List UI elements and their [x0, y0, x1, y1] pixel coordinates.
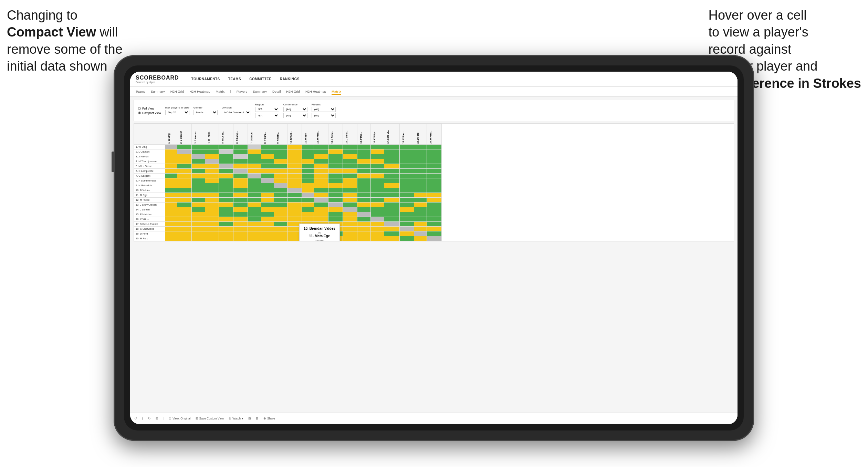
- matrix-cell[interactable]: [302, 193, 314, 198]
- matrix-cell[interactable]: [384, 188, 400, 193]
- matrix-cell[interactable]: [233, 207, 248, 212]
- matrix-cell[interactable]: [357, 178, 370, 183]
- matrix-cell[interactable]: [165, 203, 177, 207]
- matrix-cell[interactable]: [205, 217, 219, 222]
- matrix-cell[interactable]: [191, 222, 205, 227]
- matrix-cell[interactable]: [233, 217, 248, 222]
- matrix-cell[interactable]: [384, 149, 400, 154]
- matrix-cell[interactable]: [414, 164, 427, 169]
- matrix-cell[interactable]: [233, 198, 248, 203]
- matrix-cell[interactable]: [274, 149, 287, 154]
- gender-select[interactable]: Men's: [194, 110, 218, 115]
- matrix-cell[interactable]: [384, 217, 400, 222]
- matrix-cell[interactable]: [400, 174, 414, 178]
- matrix-cell[interactable]: [357, 203, 370, 207]
- tab-summary[interactable]: Summary: [151, 90, 165, 94]
- matrix-cell[interactable]: [177, 169, 191, 174]
- matrix-cell[interactable]: [384, 159, 400, 164]
- matrix-cell[interactable]: [343, 222, 357, 227]
- matrix-cell[interactable]: [191, 145, 205, 149]
- matrix-cell[interactable]: [274, 188, 287, 193]
- matrix-cell[interactable]: [357, 193, 370, 198]
- matrix-cell[interactable]: [205, 174, 219, 178]
- max-players-select[interactable]: Top 25: [165, 110, 189, 115]
- matrix-cell[interactable]: [274, 154, 287, 159]
- step-back-icon[interactable]: ⟨: [142, 417, 143, 420]
- matrix-cell[interactable]: [370, 231, 384, 236]
- matrix-cell[interactable]: [233, 145, 248, 149]
- matrix-cell[interactable]: [205, 183, 219, 188]
- matrix-cell[interactable]: [274, 145, 287, 149]
- matrix-cell[interactable]: [328, 207, 343, 212]
- matrix-cell[interactable]: [205, 149, 219, 154]
- matrix-cell[interactable]: [191, 217, 205, 222]
- matrix-cell[interactable]: [274, 222, 287, 227]
- matrix-cell[interactable]: [165, 174, 177, 178]
- matrix-cell[interactable]: [400, 193, 414, 198]
- matrix-cell[interactable]: [427, 198, 441, 203]
- matrix-cell[interactable]: [261, 164, 274, 169]
- matrix-cell[interactable]: [261, 149, 274, 154]
- matrix-cell[interactable]: [165, 222, 177, 227]
- matrix-cell[interactable]: [384, 236, 400, 241]
- matrix-cell[interactable]: [233, 203, 248, 207]
- matrix-cell[interactable]: [219, 203, 233, 207]
- matrix-cell[interactable]: [191, 231, 205, 236]
- matrix-cell[interactable]: [233, 212, 248, 217]
- matrix-cell[interactable]: [205, 236, 219, 241]
- matrix-cell[interactable]: [370, 198, 384, 203]
- matrix-cell[interactable]: [191, 159, 205, 164]
- matrix-cell[interactable]: [370, 159, 384, 164]
- matrix-cell[interactable]: [427, 169, 441, 174]
- matrix-cell[interactable]: [384, 212, 400, 217]
- watch-btn[interactable]: ⊛ Watch ▾: [229, 417, 243, 420]
- matrix-cell[interactable]: [370, 188, 384, 193]
- matrix-cell[interactable]: [233, 183, 248, 188]
- matrix-cell[interactable]: [165, 227, 177, 231]
- matrix-cell[interactable]: [302, 217, 314, 222]
- matrix-cell[interactable]: [219, 231, 233, 236]
- players-select-2[interactable]: (All): [312, 113, 336, 118]
- matrix-cell[interactable]: [400, 145, 414, 149]
- matrix-cell[interactable]: [261, 203, 274, 207]
- matrix-cell[interactable]: [177, 159, 191, 164]
- matrix-cell[interactable]: [177, 207, 191, 212]
- matrix-cell[interactable]: [370, 207, 384, 212]
- zoom-icon[interactable]: ⊞: [156, 417, 158, 420]
- conference-select[interactable]: (All): [283, 107, 307, 112]
- matrix-cell[interactable]: [219, 207, 233, 212]
- matrix-cell[interactable]: [343, 198, 357, 203]
- matrix-cell[interactable]: [400, 183, 414, 188]
- matrix-cell[interactable]: [248, 164, 261, 169]
- matrix-cell[interactable]: [287, 169, 302, 174]
- matrix-cell[interactable]: [314, 217, 328, 222]
- matrix-cell[interactable]: [343, 154, 357, 159]
- matrix-cell[interactable]: [248, 222, 261, 227]
- matrix-cell[interactable]: [287, 145, 302, 149]
- tab-matrix-1[interactable]: Matrix: [216, 90, 224, 94]
- matrix-cell[interactable]: [248, 154, 261, 159]
- matrix-cell[interactable]: [233, 222, 248, 227]
- matrix-cell[interactable]: [314, 207, 328, 212]
- matrix-cell[interactable]: [427, 193, 441, 198]
- matrix-cell[interactable]: [370, 164, 384, 169]
- matrix-cell[interactable]: [357, 174, 370, 178]
- matrix-cell[interactable]: [302, 183, 314, 188]
- matrix-cell[interactable]: [219, 198, 233, 203]
- compact-view-radio[interactable]: [138, 112, 141, 114]
- redo-icon[interactable]: ↻: [148, 417, 151, 420]
- matrix-cell[interactable]: [261, 212, 274, 217]
- tab-detail[interactable]: Detail: [272, 90, 281, 94]
- matrix-cell[interactable]: [384, 154, 400, 159]
- matrix-cell[interactable]: [328, 164, 343, 169]
- matrix-cell[interactable]: [357, 145, 370, 149]
- matrix-cell[interactable]: [384, 178, 400, 183]
- matrix-cell[interactable]: [219, 154, 233, 159]
- matrix-cell[interactable]: [414, 227, 427, 231]
- matrix-cell[interactable]: [205, 154, 219, 159]
- matrix-cell[interactable]: [287, 217, 302, 222]
- matrix-cell[interactable]: [314, 212, 328, 217]
- matrix-cell[interactable]: [370, 212, 384, 217]
- matrix-cell[interactable]: [287, 193, 302, 198]
- matrix-cell[interactable]: [400, 169, 414, 174]
